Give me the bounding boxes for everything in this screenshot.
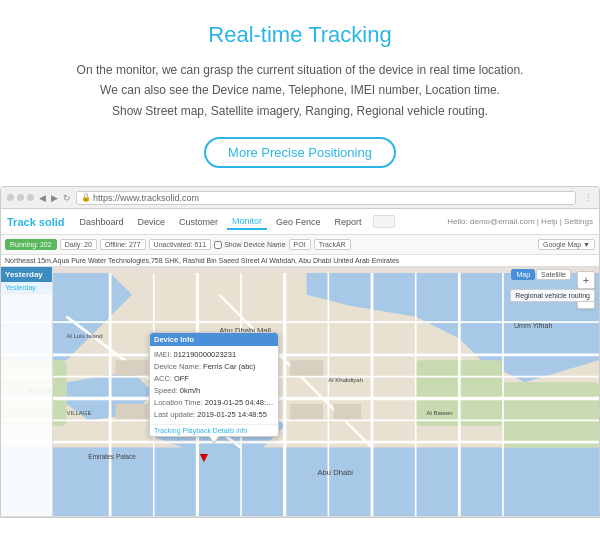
svg-text:Abu Dhabi: Abu Dhabi	[317, 468, 353, 477]
map-sidebar: Yesterday Yesterday	[1, 267, 53, 518]
info-popup: Device Info IMEI: 012190000023231 Device…	[149, 332, 279, 437]
top-section: Real-time Tracking On the monitor, we ca…	[0, 0, 600, 186]
browser-menu[interactable]: ⋮	[584, 193, 593, 203]
track-btn[interactable]: TrackAR	[314, 239, 351, 250]
speed-row: Speed: 0km/h	[154, 385, 274, 397]
nav-device[interactable]: Device	[133, 215, 171, 229]
browser-frame: ◀ ▶ ↻ 🔒 https://www.tracksolid.com ⋮ Tra…	[0, 186, 600, 518]
svg-text:Emirates Palace: Emirates Palace	[88, 453, 136, 460]
browser-url-bar[interactable]: 🔒 https://www.tracksolid.com	[76, 191, 576, 205]
svg-rect-27	[290, 360, 323, 375]
info-popup-body: IMEI: 012190000023231 Device Name: Ferri…	[150, 346, 278, 424]
browser-dot-2	[17, 194, 24, 201]
svg-text:Al Khalidiyah: Al Khalidiyah	[328, 377, 363, 383]
imei-row: IMEI: 012190000023231	[154, 349, 274, 361]
map-tabs: Map Satellite	[511, 269, 571, 280]
poi-btn[interactable]: POI	[289, 239, 311, 250]
sub-toolbar: Running: 202 Daily: 20 Offline: 277 Unac…	[1, 235, 599, 255]
nav-search-box[interactable]	[373, 215, 395, 228]
sidebar-header: Yesterday	[1, 267, 52, 282]
svg-text:Al Lulu Island: Al Lulu Island	[66, 334, 102, 340]
sidebar-item-yesterday[interactable]: Yesterday	[1, 282, 52, 294]
address-bar: Northeast 15m,Aqua Pure Water Technologi…	[1, 255, 599, 267]
page-title: Real-time Tracking	[40, 22, 560, 48]
browser-dots	[7, 194, 34, 201]
user-info: Hello: demo@email.com | Help | Settings	[447, 217, 593, 226]
nav-monitor[interactable]: Monitor	[227, 214, 267, 230]
map-bottom-bar: Map data ©2019 Google	[1, 516, 599, 518]
svg-rect-24	[116, 360, 149, 375]
acc-row: ACC: OFF	[154, 373, 274, 385]
map-marker[interactable]: ▼	[197, 449, 211, 465]
zoom-in-button[interactable]: +	[577, 271, 595, 289]
offline-btn[interactable]: Offline: 277	[100, 239, 146, 250]
svg-text:Al Bateen: Al Bateen	[427, 410, 453, 416]
nav-dashboard[interactable]: Dashboard	[74, 215, 128, 229]
last-update-row: Last update: 2019-01-25 14:48:55	[154, 409, 274, 421]
show-device-label: Show Device Name	[214, 241, 285, 249]
map-svg: Abu Dhabi Mall Emirates Palace Abu Dhabi…	[1, 267, 599, 518]
svg-rect-26	[290, 404, 323, 419]
svg-text:VILLAGE: VILLAGE	[66, 410, 91, 416]
browser-dot-3	[27, 194, 34, 201]
refresh-button[interactable]: ↻	[63, 193, 71, 203]
map-tab-satellite[interactable]: Satellite	[536, 269, 571, 280]
daily-btn[interactable]: Daily: 20	[60, 239, 97, 250]
lock-icon: 🔒	[81, 193, 91, 202]
show-device-checkbox[interactable]	[214, 241, 222, 249]
device-name-row: Device Name: Ferris Car (abc)	[154, 361, 274, 373]
app-toolbar: Track solid Dashboard Device Customer Mo…	[1, 209, 599, 235]
map-area[interactable]: Abu Dhabi Mall Emirates Palace Abu Dhabi…	[1, 267, 599, 518]
back-button[interactable]: ◀	[39, 193, 46, 203]
nav-geofence[interactable]: Geo Fence	[271, 215, 326, 229]
unactivated-btn[interactable]: Unactivated: 611	[149, 239, 212, 250]
app-logo: Track solid	[7, 216, 64, 228]
running-btn[interactable]: Running: 202	[5, 239, 57, 250]
nav-customer[interactable]: Customer	[174, 215, 223, 229]
positioning-button[interactable]: More Precise Positioning	[204, 137, 396, 168]
svg-rect-3	[503, 382, 599, 447]
description: On the monitor, we can grasp the current…	[40, 60, 560, 121]
svg-rect-22	[116, 404, 149, 419]
browser-dot-1	[7, 194, 14, 201]
nav-report[interactable]: Report	[330, 215, 367, 229]
geo-fence-label[interactable]: Regional vehicle routing	[510, 289, 595, 302]
browser-bar: ◀ ▶ ↻ 🔒 https://www.tracksolid.com ⋮	[1, 187, 599, 209]
svg-text:Umm Yifnah: Umm Yifnah	[514, 322, 553, 330]
map-tab-map[interactable]: Map	[511, 269, 535, 280]
info-popup-header: Device Info	[150, 333, 278, 346]
location-time-row: Location Time: 2019-01-25 04:48:28 (GPS)	[154, 397, 274, 409]
map-source-btn[interactable]: Google Map ▼	[538, 239, 595, 250]
popup-arrow-inner	[209, 435, 219, 442]
svg-rect-28	[334, 404, 361, 419]
forward-button[interactable]: ▶	[51, 193, 58, 203]
